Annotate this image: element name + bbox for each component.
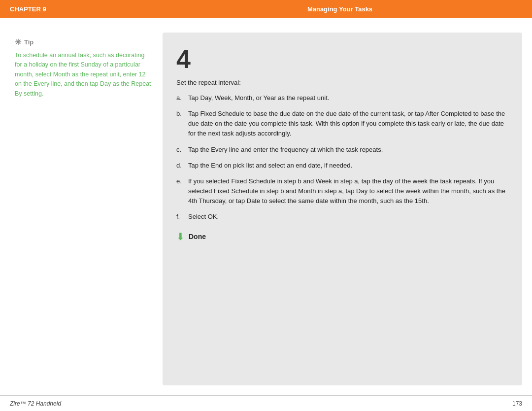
tip-label: Tip (24, 38, 33, 46)
chapter-label: CHAPTER 9 (10, 5, 158, 13)
main-content: ✳ Tip To schedule an annual task, such a… (0, 18, 532, 395)
tip-icon: ✳ (15, 37, 21, 47)
step-number: 4 (176, 46, 506, 72)
step-item-text: Select OK. (188, 212, 219, 222)
step-item-text: If you selected Fixed Schedule in step b… (188, 176, 506, 206)
step-item-letter: b. (176, 109, 184, 138)
footer-page: 173 (512, 400, 522, 407)
step-list-item: a.Tap Day, Week, Month, or Year as the r… (176, 93, 506, 103)
step-item-letter: e. (176, 176, 184, 206)
step-item-letter: c. (176, 145, 184, 155)
step-list-item: c.Tap the Every line and enter the frequ… (176, 145, 506, 155)
step-box: 4 Set the repeat interval: a.Tap Day, We… (163, 33, 522, 385)
header-bar: CHAPTER 9 Managing Your Tasks (0, 0, 532, 18)
footer-product: Zire™ 72 Handheld (10, 400, 61, 407)
done-arrow-icon: ⬇ (176, 231, 185, 242)
step-item-letter: f. (176, 212, 184, 222)
step-intro: Set the repeat interval: (176, 79, 506, 86)
footer: Zire™ 72 Handheld 173 (0, 395, 532, 411)
chapter-title: Managing Your Tasks (158, 5, 522, 13)
step-list-item: d.Tap the End on pick list and select an… (176, 161, 506, 171)
step-list-item: f.Select OK. (176, 212, 506, 222)
step-list-item: b.Tap Fixed Schedule to base the due dat… (176, 109, 506, 138)
step-item-text: Tap the End on pick list and select an e… (188, 161, 352, 171)
step-list-item: e.If you selected Fixed Schedule in step… (176, 176, 506, 206)
step-item-text: Tap Day, Week, Month, or Year as the rep… (188, 93, 329, 103)
done-section: ⬇ Done (176, 231, 506, 242)
tip-text: To schedule an annual task, such as deco… (15, 51, 153, 99)
step-list: a.Tap Day, Week, Month, or Year as the r… (176, 93, 506, 222)
step-item-letter: d. (176, 161, 184, 171)
tip-header: ✳ Tip (15, 37, 153, 47)
step-item-text: Tap the Every line and enter the frequen… (188, 145, 383, 155)
sidebar: ✳ Tip To schedule an annual task, such a… (10, 33, 163, 385)
done-label: Done (189, 233, 206, 240)
step-item-letter: a. (176, 93, 184, 103)
step-item-text: Tap Fixed Schedule to base the due date … (188, 109, 506, 138)
